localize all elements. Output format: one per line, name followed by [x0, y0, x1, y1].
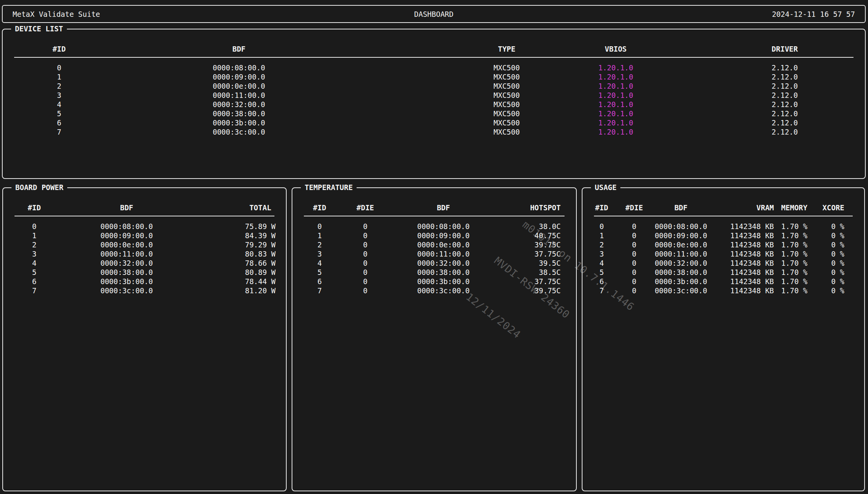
temperature-cell: 0 — [292, 222, 347, 231]
temperature-cell: 0000:38:00.0 — [384, 268, 503, 277]
board_power-cell: 0000:08:00.0 — [66, 222, 188, 231]
board-power-table: #IDBDFTOTAL00000:08:00.075.89 W10000:09:… — [3, 188, 286, 295]
board_power-cell: BDF — [66, 203, 188, 212]
board_power-header-separator — [15, 216, 274, 216]
device-list-panel-title: DEVICE LIST — [11, 24, 67, 33]
board_power-cell: 81.20 W — [235, 286, 286, 295]
usage-cell: 0000:3b:00.0 — [647, 277, 714, 286]
usage-cell: 1142348 KB — [714, 258, 776, 268]
usage-cell: 0 % — [809, 222, 846, 231]
board_power-cell: 0000:11:00.0 — [66, 249, 188, 258]
board_power-cell: 2 — [3, 240, 66, 249]
board_power-cell: 0000:3c:00.0 — [66, 286, 188, 295]
board_power-row: 30000:11:00.080.83 W — [3, 249, 286, 258]
usage-cell: #ID — [582, 203, 621, 212]
device_list-cell: 1.20.1.0 — [561, 109, 670, 118]
usage-cell: 1.70 % — [776, 240, 809, 249]
usage-cell: 7 — [582, 286, 621, 295]
usage-cell: VRAM — [714, 203, 776, 212]
board_power-cell: 5 — [3, 268, 66, 277]
device_list-cell: 1.20.1.0 — [561, 72, 670, 81]
usage-cell: 0000:09:00.0 — [647, 231, 714, 240]
board_power-cell: 4 — [3, 258, 66, 268]
temperature-cell: 39.75C — [503, 286, 576, 295]
board_power-cell: 78.44 W — [235, 277, 286, 286]
device_list-cell: 3 — [3, 91, 116, 100]
device_list-cell: DRIVER — [704, 44, 865, 54]
device_list-row: 50000:38:00.0MXC5001.20.1.02.12.0 — [3, 109, 865, 118]
temperature-cell: 0 — [347, 222, 383, 231]
usage-cell: 1.70 % — [776, 277, 809, 286]
temperature-header-row: #ID#DIEBDFHOTSPOT — [292, 203, 576, 212]
device_list-cell: 1.20.1.0 — [561, 63, 670, 72]
usage-cell: 0 — [621, 249, 647, 258]
device_list-cell: MXC500 — [452, 118, 561, 127]
board_power-row: 20000:0e:00.079.29 W — [3, 240, 286, 249]
board_power-cell: 1 — [3, 231, 66, 240]
device_list-cell: VBIOS — [561, 44, 670, 54]
board_power-cell: 80.83 W — [235, 249, 286, 258]
device_list-cell: 0 — [3, 63, 116, 72]
temperature-row: 200000:0e:00.039.75C — [292, 240, 576, 249]
usage-cell: 0 — [621, 286, 647, 295]
usage-cell: 4 — [582, 258, 621, 268]
temperature-row: 500000:38:00.038.5C — [292, 268, 576, 277]
usage-row: 700000:3c:00.01142348 KB1.70 %0 % — [582, 286, 864, 295]
usage-cell: 1.70 % — [776, 249, 809, 258]
device_list-cell: 2.12.0 — [704, 100, 865, 109]
device_list-cell: 1.20.1.0 — [561, 81, 670, 91]
temperature-cell: 4 — [292, 258, 347, 268]
usage-cell: 0000:11:00.0 — [647, 249, 714, 258]
device_list-cell: 4 — [3, 100, 116, 109]
device_list-cell: MXC500 — [452, 109, 561, 118]
temperature-cell: 39.5C — [503, 258, 576, 268]
device_list-cell: MXC500 — [452, 100, 561, 109]
board_power-row: 60000:3b:00.078.44 W — [3, 277, 286, 286]
device-list-table: #IDBDFTYPEVBIOSDRIVER00000:08:00.0MXC500… — [3, 29, 865, 136]
usage-cell: 0000:38:00.0 — [647, 268, 714, 277]
device_list-row: 20000:0e:00.0MXC5001.20.1.02.12.0 — [3, 81, 865, 91]
board_power-cell: 0 — [3, 222, 66, 231]
usage-cell: 0 % — [809, 258, 846, 268]
board_power-cell: 0000:38:00.0 — [66, 268, 188, 277]
device_list-cell: 2.12.0 — [704, 63, 865, 72]
board_power-cell: 0000:32:00.0 — [66, 258, 188, 268]
usage-cell: 1 — [582, 231, 621, 240]
temperature-cell: 0 — [347, 258, 383, 268]
temperature-panel: TEMPERATURE #ID#DIEBDFHOTSPOT000000:08:0… — [292, 187, 577, 491]
device_list-cell: 0000:3c:00.0 — [116, 127, 362, 136]
temperature-cell: 0 — [347, 240, 383, 249]
temperature-cell: 0000:3b:00.0 — [384, 277, 503, 286]
device_list-cell: 0000:3b:00.0 — [116, 118, 362, 127]
usage-panel-title: USAGE — [591, 183, 620, 192]
temperature-cell: 0000:32:00.0 — [384, 258, 503, 268]
temperature-cell: 0000:09:00.0 — [384, 231, 503, 240]
temperature-cell: 0 — [347, 277, 383, 286]
device_list-cell: 1.20.1.0 — [561, 91, 670, 100]
temperature-cell: 37.75C — [503, 277, 576, 286]
app-title: MetaX Validate Suite — [13, 10, 100, 18]
usage-cell: 1142348 KB — [714, 231, 776, 240]
temperature-cell: 40.75C — [503, 231, 576, 240]
temperature-table: #ID#DIEBDFHOTSPOT000000:08:00.038.0C1000… — [292, 188, 576, 295]
usage-cell: 2 — [582, 240, 621, 249]
board_power-cell: 75.89 W — [235, 222, 286, 231]
usage-header-separator — [594, 216, 853, 216]
usage-cell: 3 — [582, 249, 621, 258]
temperature-cell: 3 — [292, 249, 347, 258]
usage-cell: 1142348 KB — [714, 277, 776, 286]
temperature-cell: #ID — [292, 203, 347, 212]
board_power-row: 00000:08:00.075.89 W — [3, 222, 286, 231]
usage-cell: 0 % — [809, 249, 846, 258]
device_list-cell: 1 — [3, 72, 116, 81]
board_power-row: 40000:32:00.078.66 W — [3, 258, 286, 268]
device_list-cell: 0000:38:00.0 — [116, 109, 362, 118]
board_power-row: 10000:09:00.084.39 W — [3, 231, 286, 240]
board-power-panel-title: BOARD POWER — [11, 183, 67, 192]
temperature-cell: 1 — [292, 231, 347, 240]
device_list-cell: MXC500 — [452, 72, 561, 81]
usage-cell: 0000:32:00.0 — [647, 258, 714, 268]
device_list-cell: BDF — [116, 44, 362, 54]
usage-cell: 0 % — [809, 268, 846, 277]
board_power-cell: 0000:09:00.0 — [66, 231, 188, 240]
